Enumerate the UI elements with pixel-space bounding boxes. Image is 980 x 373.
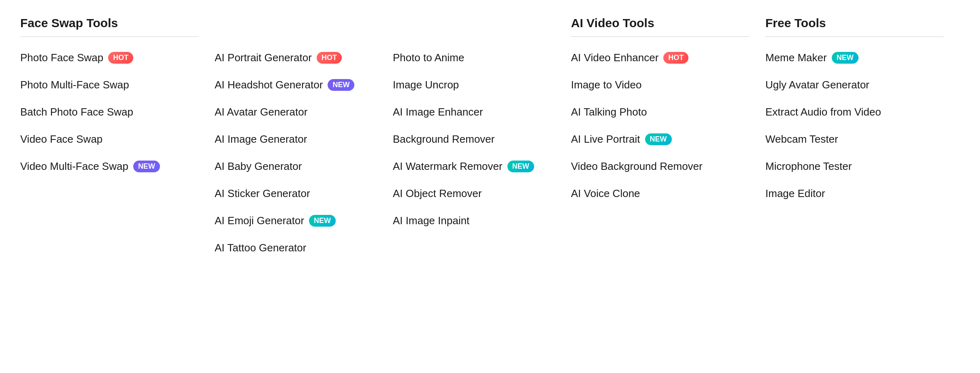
- menu-item-label: Microphone Tester: [765, 160, 852, 173]
- menu-item-label: AI Emoji Generator: [215, 214, 304, 227]
- menu-item-ai-image-generator[interactable]: AI Image Generator: [215, 126, 377, 153]
- menu-item-label: Extract Audio from Video: [765, 106, 881, 118]
- menu-item-ai-tattoo-generator[interactable]: AI Tattoo Generator: [215, 234, 377, 262]
- menu-item-background-remover[interactable]: Background Remover: [393, 126, 555, 153]
- menu-item-ai-portrait-generator[interactable]: AI Portrait Generator HOT: [215, 44, 377, 71]
- menu-item-label: AI Video Enhancer: [571, 51, 658, 64]
- menu-item-label: Image Editor: [765, 187, 825, 200]
- hot-badge: HOT: [663, 52, 688, 64]
- menu-item-ai-object-remover[interactable]: AI Object Remover: [393, 180, 555, 207]
- hot-badge: HOT: [317, 52, 342, 64]
- menu-item-label: AI Avatar Generator: [215, 106, 307, 118]
- column-ai-video: AI Video Tools AI Video Enhancer HOT Ima…: [571, 16, 765, 262]
- menu-item-label: Image to Video: [571, 79, 641, 91]
- menu-item-label: AI Portrait Generator: [215, 51, 312, 64]
- menu-item-ai-headshot-generator[interactable]: AI Headshot Generator NEW: [215, 71, 377, 99]
- menu-item-label: AI Object Remover: [393, 187, 482, 200]
- free-tools-header: Free Tools: [765, 16, 944, 37]
- menu-item-label: AI Image Generator: [215, 133, 307, 146]
- menu-item-ai-emoji-generator[interactable]: AI Emoji Generator NEW: [215, 207, 377, 234]
- new-teal-badge: NEW: [309, 215, 336, 227]
- hot-badge: HOT: [108, 52, 133, 64]
- menu-item-ai-avatar-generator[interactable]: AI Avatar Generator: [215, 99, 377, 126]
- column-ai-photo-2: AI Photo Tools 2 Photo to Anime Image Un…: [393, 16, 571, 262]
- free-tools-items: Meme Maker NEW Ugly Avatar Generator Ext…: [765, 44, 944, 207]
- menu-item-extract-audio-from-video[interactable]: Extract Audio from Video: [765, 99, 944, 126]
- menu-item-microphone-tester[interactable]: Microphone Tester: [765, 153, 944, 180]
- menu-item-label: Video Face Swap: [20, 133, 102, 146]
- menu-item-label: AI Watermark Remover: [393, 160, 503, 173]
- menu-item-ai-image-enhancer[interactable]: AI Image Enhancer: [393, 99, 555, 126]
- menu-item-label: Video Multi-Face Swap: [20, 160, 128, 173]
- menu-item-label: Ugly Avatar Generator: [765, 79, 869, 91]
- menu-item-ai-watermark-remover[interactable]: AI Watermark Remover NEW: [393, 153, 555, 180]
- menu-item-webcam-tester[interactable]: Webcam Tester: [765, 126, 944, 153]
- new-badge: NEW: [328, 79, 354, 91]
- menu-item-label: AI Baby Generator: [215, 160, 302, 173]
- menu-item-label: AI Image Inpaint: [393, 214, 469, 227]
- column-free-tools: Free Tools Meme Maker NEW Ugly Avatar Ge…: [765, 16, 960, 262]
- menu-item-photo-multi-face-swap[interactable]: Photo Multi-Face Swap: [20, 71, 198, 99]
- menu-item-label: Image Uncrop: [393, 79, 459, 91]
- menu-item-video-multi-face-swap[interactable]: Video Multi-Face Swap NEW: [20, 153, 198, 180]
- menu-item-label: AI Voice Clone: [571, 187, 640, 200]
- ai-video-items: AI Video Enhancer HOT Image to Video AI …: [571, 44, 749, 207]
- menu-item-ai-talking-photo[interactable]: AI Talking Photo: [571, 99, 749, 126]
- menu-item-label: Photo to Anime: [393, 51, 464, 64]
- ai-photo-items-2: Photo to Anime Image Uncrop AI Image Enh…: [393, 44, 555, 234]
- menu-item-ai-voice-clone[interactable]: AI Voice Clone: [571, 180, 749, 207]
- menu-item-label: Background Remover: [393, 133, 494, 146]
- menu-item-ai-baby-generator[interactable]: AI Baby Generator: [215, 153, 377, 180]
- menu-item-ugly-avatar-generator[interactable]: Ugly Avatar Generator: [765, 71, 944, 99]
- menu-item-label: AI Sticker Generator: [215, 187, 310, 200]
- menu-item-label: Photo Face Swap: [20, 51, 103, 64]
- menu-item-label: AI Image Enhancer: [393, 106, 483, 118]
- menu-item-label: Webcam Tester: [765, 133, 838, 146]
- menu-item-video-background-remover[interactable]: Video Background Remover: [571, 153, 749, 180]
- menu-item-label: AI Talking Photo: [571, 106, 647, 118]
- menu-item-ai-image-inpaint[interactable]: AI Image Inpaint: [393, 207, 555, 234]
- menu-item-label: AI Headshot Generator: [215, 79, 323, 91]
- ai-photo-items-1: AI Portrait Generator HOT AI Headshot Ge…: [215, 44, 377, 262]
- menu-item-image-uncrop[interactable]: Image Uncrop: [393, 71, 555, 99]
- menu-item-photo-face-swap[interactable]: Photo Face Swap HOT: [20, 44, 198, 71]
- menu-item-ai-live-portrait[interactable]: AI Live Portrait NEW: [571, 126, 749, 153]
- new-teal-badge: NEW: [832, 52, 859, 64]
- menu-item-ai-sticker-generator[interactable]: AI Sticker Generator: [215, 180, 377, 207]
- column-ai-photo-wrapper: AI Photo Tools AI Portrait Generator HOT…: [215, 16, 571, 262]
- menu-item-label: AI Tattoo Generator: [215, 242, 306, 254]
- menu-item-batch-photo-face-swap[interactable]: Batch Photo Face Swap: [20, 99, 198, 126]
- main-nav-columns: Face Swap Tools Photo Face Swap HOT Phot…: [20, 16, 960, 262]
- menu-item-label: AI Live Portrait: [571, 133, 640, 146]
- new-teal-badge: NEW: [645, 133, 672, 145]
- menu-item-label: Batch Photo Face Swap: [20, 106, 133, 118]
- ai-video-header: AI Video Tools: [571, 16, 749, 37]
- menu-item-image-editor[interactable]: Image Editor: [765, 180, 944, 207]
- column-face-swap: Face Swap Tools Photo Face Swap HOT Phot…: [20, 16, 215, 262]
- menu-item-photo-to-anime[interactable]: Photo to Anime: [393, 44, 555, 71]
- menu-item-video-face-swap[interactable]: Video Face Swap: [20, 126, 198, 153]
- menu-item-meme-maker[interactable]: Meme Maker NEW: [765, 44, 944, 71]
- menu-item-label: Video Background Remover: [571, 160, 703, 173]
- menu-item-label: Photo Multi-Face Swap: [20, 79, 129, 91]
- face-swap-header: Face Swap Tools: [20, 16, 198, 37]
- menu-item-label: Meme Maker: [765, 51, 827, 64]
- menu-item-image-to-video[interactable]: Image to Video: [571, 71, 749, 99]
- menu-item-ai-video-enhancer[interactable]: AI Video Enhancer HOT: [571, 44, 749, 71]
- face-swap-items: Photo Face Swap HOT Photo Multi-Face Swa…: [20, 44, 198, 180]
- column-ai-photo-1: AI Photo Tools AI Portrait Generator HOT…: [215, 16, 393, 262]
- new-badge: NEW: [133, 161, 160, 172]
- new-teal-badge: NEW: [507, 161, 534, 172]
